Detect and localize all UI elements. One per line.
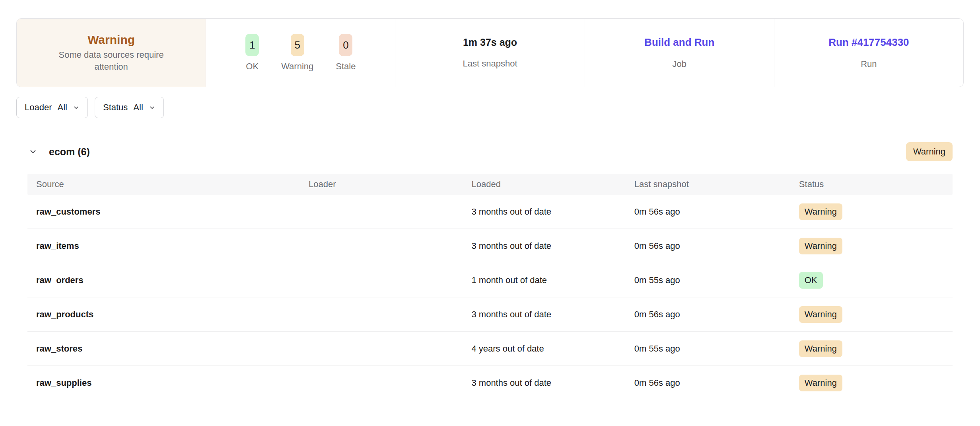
stat-ok: 1 OK bbox=[245, 34, 259, 72]
status-counts-cell: 1 OK 5 Warning 0 Stale bbox=[206, 19, 395, 87]
loaded-value: 3 months out of date bbox=[471, 378, 634, 388]
table-row[interactable]: raw_customers 3 months out of date 0m 56… bbox=[27, 195, 953, 229]
status-cell: OK bbox=[799, 272, 953, 289]
loader-filter-dropdown[interactable]: Loader All bbox=[16, 97, 88, 118]
filters-bar: Loader All Status All bbox=[16, 97, 964, 118]
table-row[interactable]: raw_orders 1 month out of date 0m 55s ag… bbox=[27, 263, 953, 297]
status-badge: Warning bbox=[799, 340, 842, 357]
summary-card: Warning Some data sources require attent… bbox=[16, 18, 964, 87]
group-status-badge: Warning bbox=[906, 142, 953, 161]
page: Warning Some data sources require attent… bbox=[0, 18, 980, 409]
job-cell: Build and Run Job bbox=[585, 19, 774, 87]
table-row[interactable]: raw_supplies 3 months out of date 0m 56s… bbox=[27, 366, 953, 400]
stat-warning-count: 5 bbox=[291, 34, 304, 57]
column-header-source: Source bbox=[27, 179, 309, 190]
status-cell: Warning bbox=[799, 306, 953, 323]
source-name: raw_items bbox=[27, 241, 309, 251]
source-name: raw_supplies bbox=[27, 378, 309, 388]
run-cell: Run #417754330 Run bbox=[774, 19, 963, 87]
overall-status-title: Warning bbox=[88, 33, 135, 47]
chevron-down-icon bbox=[73, 104, 80, 111]
loaded-value: 3 months out of date bbox=[471, 241, 634, 251]
group-title: ecom (6) bbox=[49, 146, 90, 158]
column-header-last-snapshot: Last snapshot bbox=[634, 179, 799, 190]
status-badge: OK bbox=[799, 272, 823, 289]
status-badge: Warning bbox=[799, 306, 842, 323]
stat-ok-label: OK bbox=[246, 61, 259, 72]
stat-ok-count: 1 bbox=[245, 34, 259, 57]
last-snapshot-value: 0m 55s ago bbox=[634, 275, 799, 285]
status-filter-dropdown[interactable]: Status All bbox=[95, 97, 164, 118]
last-snapshot-value: 0m 56s ago bbox=[634, 241, 799, 251]
job-label: Job bbox=[672, 59, 686, 69]
loaded-value: 4 years out of date bbox=[471, 344, 634, 354]
source-name: raw_orders bbox=[27, 275, 309, 285]
last-snapshot-value: 0m 55s ago bbox=[634, 344, 799, 354]
status-cell: Warning bbox=[799, 238, 953, 254]
loaded-value: 3 months out of date bbox=[471, 309, 634, 320]
chevron-down-icon bbox=[149, 104, 156, 111]
last-snapshot-value: 0m 56s ago bbox=[634, 309, 799, 320]
source-name: raw_stores bbox=[27, 344, 309, 354]
loader-filter-value: All bbox=[58, 102, 67, 113]
last-snapshot-label: Last snapshot bbox=[463, 59, 517, 69]
last-snapshot-value: 0m 56s ago bbox=[634, 378, 799, 388]
bottom-section-divider bbox=[16, 409, 964, 409]
table-row[interactable]: raw_products 3 months out of date 0m 56s… bbox=[27, 297, 953, 332]
status-cell: Warning bbox=[799, 375, 953, 391]
last-snapshot-value: 0m 56s ago bbox=[634, 207, 799, 217]
loaded-value: 1 month out of date bbox=[471, 275, 634, 285]
overall-status-cell: Warning Some data sources require attent… bbox=[17, 19, 206, 87]
group-status-badge-wrap: Warning bbox=[906, 142, 953, 161]
stat-stale-label: Stale bbox=[336, 61, 356, 72]
status-cell: Warning bbox=[799, 203, 953, 220]
collapse-chevron-down-icon[interactable] bbox=[27, 146, 39, 157]
overall-status-subtitle: Some data sources require attention bbox=[46, 49, 177, 72]
group-header-ecom[interactable]: ecom (6) Warning bbox=[16, 130, 964, 174]
status-cell: Warning bbox=[799, 340, 953, 357]
column-header-loader: Loader bbox=[309, 179, 471, 190]
table-row[interactable]: raw_items 3 months out of date 0m 56s ag… bbox=[27, 229, 953, 263]
status-badge: Warning bbox=[799, 238, 842, 254]
column-header-loaded: Loaded bbox=[471, 179, 634, 190]
loaded-value: 3 months out of date bbox=[471, 207, 634, 217]
loader-filter-label: Loader bbox=[25, 102, 52, 113]
source-name: raw_customers bbox=[27, 207, 309, 217]
status-filter-label: Status bbox=[103, 102, 128, 113]
run-link[interactable]: Run #417754330 bbox=[828, 36, 909, 49]
table-row[interactable]: raw_stores 4 years out of date 0m 55s ag… bbox=[27, 332, 953, 366]
last-snapshot-value: 1m 37s ago bbox=[463, 37, 517, 48]
status-filter-value: All bbox=[133, 102, 143, 113]
stat-warning-label: Warning bbox=[281, 61, 313, 72]
column-header-status: Status bbox=[799, 179, 953, 190]
stat-stale-count: 0 bbox=[339, 34, 352, 57]
last-snapshot-cell: 1m 37s ago Last snapshot bbox=[395, 19, 584, 87]
table-header-row: Source Loader Loaded Last snapshot Statu… bbox=[27, 174, 953, 195]
run-label: Run bbox=[861, 59, 877, 69]
job-link[interactable]: Build and Run bbox=[644, 36, 714, 49]
sources-table: Source Loader Loaded Last snapshot Statu… bbox=[27, 174, 953, 400]
status-badge: Warning bbox=[799, 203, 842, 220]
stat-stale: 0 Stale bbox=[336, 34, 356, 72]
stat-warning: 5 Warning bbox=[281, 34, 313, 72]
source-name: raw_products bbox=[27, 309, 309, 320]
status-badge: Warning bbox=[799, 375, 842, 391]
